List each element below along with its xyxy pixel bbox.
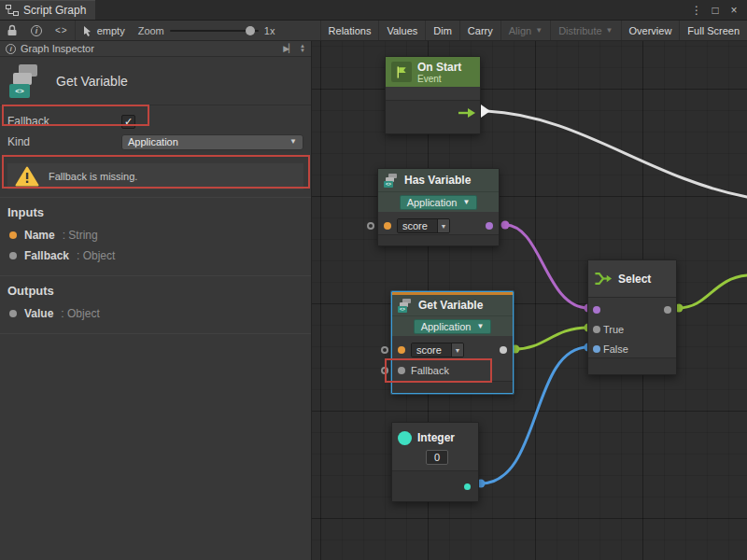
- graph-path[interactable]: empty: [76, 25, 133, 36]
- fallback-port[interactable]: [398, 367, 405, 374]
- tab-script-graph[interactable]: Script Graph: [0, 0, 95, 20]
- node-integer[interactable]: Integer 0: [391, 422, 479, 502]
- true-port-label: True: [603, 324, 624, 335]
- align-button[interactable]: Align▼: [500, 21, 550, 40]
- chevron-down-icon: ▼: [451, 343, 463, 357]
- menu-icon[interactable]: ⋮: [689, 4, 704, 17]
- scope-dropdown[interactable]: Application ▼: [414, 319, 492, 334]
- info-icon[interactable]: i: [24, 21, 49, 40]
- graph-inspector-panel: i Graph Inspector ▶▏ ▲▼ <> Get Variable …: [0, 41, 312, 560]
- chevron-down-icon: ▼: [535, 27, 543, 35]
- port-dot-icon: [9, 231, 17, 239]
- select-icon: [594, 272, 613, 286]
- node-title: Select: [618, 273, 651, 286]
- wire-endpoint: [501, 221, 510, 230]
- zoom-value: 1x: [264, 25, 275, 36]
- dim-button[interactable]: Dim: [425, 21, 459, 40]
- wire-onstart-out[interactable]: [486, 111, 747, 197]
- unconnected-port-ring[interactable]: [381, 367, 388, 374]
- carry-button[interactable]: Carry: [459, 21, 500, 40]
- zoom-label: Zoom: [138, 25, 164, 36]
- distribute-button[interactable]: Distribute▼: [550, 21, 620, 40]
- inspected-node-title: Get Variable: [56, 74, 128, 89]
- trigger-output-port[interactable]: [481, 105, 490, 118]
- zoom-slider[interactable]: [170, 30, 259, 32]
- script-graph-window: Script Graph ⋮ □ × i <> empty Zoom: [0, 0, 747, 560]
- chevron-down-icon: ▼: [437, 219, 449, 232]
- zoom-slider-handle[interactable]: [246, 26, 255, 35]
- unconnected-port-ring[interactable]: [367, 222, 374, 230]
- scroll-arrows-icon[interactable]: ▲▼: [300, 44, 305, 53]
- node-title: Get Variable: [418, 299, 483, 312]
- values-button[interactable]: Values: [378, 21, 425, 40]
- port-dot-icon: [9, 310, 17, 317]
- scope-dropdown[interactable]: Application ▼: [400, 195, 478, 210]
- outputs-section-title: Outputs: [0, 276, 311, 303]
- true-input-port[interactable]: [593, 326, 600, 333]
- toolbar-buttons: Relations Values Dim Carry Align▼ Distri…: [320, 21, 747, 40]
- name-port[interactable]: [384, 222, 391, 230]
- close-icon[interactable]: ×: [726, 4, 741, 17]
- variable-icon: <>: [9, 63, 45, 100]
- name-port[interactable]: [398, 346, 405, 354]
- input-row-fallback: Fallback : Object: [0, 245, 311, 266]
- variable-name-dropdown[interactable]: score ▼: [411, 343, 464, 357]
- inspector-title: Graph Inspector: [21, 43, 94, 54]
- variable-icon: <>: [384, 174, 399, 188]
- input-row-name: Name : String: [0, 225, 311, 245]
- graph-icon: [6, 5, 19, 16]
- graph-toolbar: i <> empty Zoom 1x Relations Values Dim …: [0, 21, 747, 41]
- titlebar: Script Graph ⋮ □ ×: [0, 0, 747, 21]
- integer-output-port[interactable]: [464, 483, 471, 490]
- chevron-down-icon: ▼: [606, 27, 613, 35]
- window-title: Script Graph: [23, 4, 86, 17]
- window-controls: ⋮ □ ×: [689, 0, 747, 20]
- false-port-label: False: [603, 343, 628, 355]
- fallback-checkbox[interactable]: ✓: [121, 115, 135, 129]
- node-has-variable[interactable]: <> Has Variable Application ▼ score ▼: [377, 168, 500, 246]
- warning-box: Fallback is missing.: [7, 163, 303, 189]
- flag-icon: [391, 62, 412, 82]
- overview-button[interactable]: Overview: [621, 21, 680, 40]
- trigger-arrow-icon: [458, 107, 476, 119]
- relations-button[interactable]: Relations: [320, 21, 379, 40]
- fallback-property-row: Fallback ✓: [0, 111, 311, 132]
- node-on-start[interactable]: On Start Event: [385, 56, 481, 134]
- dock-icon[interactable]: ▶▏: [283, 44, 294, 53]
- output-row-value: Value : Object: [0, 303, 311, 324]
- fullscreen-button[interactable]: Full Screen: [679, 21, 747, 40]
- graph-path-label: empty: [97, 25, 125, 36]
- condition-input-port[interactable]: [593, 306, 600, 314]
- info-icon: i: [6, 44, 16, 54]
- node-select[interactable]: Select True False: [587, 259, 677, 375]
- variable-name-dropdown[interactable]: score ▼: [397, 218, 450, 233]
- lock-icon[interactable]: [0, 21, 24, 40]
- result-output-port[interactable]: [486, 222, 493, 230]
- cursor-icon: [83, 25, 92, 36]
- false-input-port[interactable]: [593, 345, 600, 353]
- wires-layer: [312, 41, 747, 560]
- inspector-header: i Graph Inspector ▶▏ ▲▼: [0, 41, 311, 57]
- selection-output-port[interactable]: [664, 306, 671, 314]
- variable-icon: <>: [398, 299, 413, 313]
- graph-canvas[interactable]: On Start Event <> Has Variable: [312, 41, 747, 560]
- maximize-icon[interactable]: □: [708, 4, 723, 17]
- kind-label: Kind: [7, 135, 121, 148]
- wire-getvariable-to-select-true[interactable]: [515, 328, 588, 349]
- kind-property-row: Kind Application ▼: [0, 132, 311, 152]
- node-title: On Start: [417, 61, 461, 74]
- fallback-port-label: Fallback: [411, 365, 449, 376]
- integer-value-field[interactable]: 0: [426, 450, 448, 465]
- port-dot-icon: [9, 252, 17, 259]
- chevron-down-icon: ▼: [289, 138, 297, 146]
- node-get-variable[interactable]: <> Get Variable Application ▼ score ▼: [391, 291, 514, 394]
- kind-dropdown[interactable]: Application ▼: [121, 134, 303, 150]
- code-icon[interactable]: <>: [49, 21, 75, 40]
- wire-hasvariable-to-select[interactable]: [505, 225, 588, 308]
- kind-value: Application: [128, 136, 178, 147]
- node-title: Has Variable: [404, 174, 471, 187]
- value-output-port[interactable]: [500, 346, 507, 354]
- wire-select-out[interactable]: [679, 275, 747, 308]
- inputs-section-title: Inputs: [0, 198, 311, 225]
- unconnected-port-ring[interactable]: [381, 346, 388, 354]
